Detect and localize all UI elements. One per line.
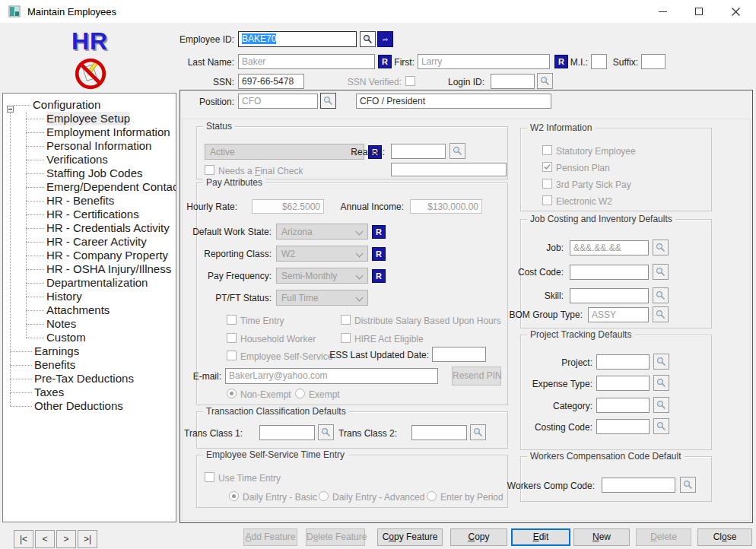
cost-code-lookup-button[interactable] — [653, 264, 669, 280]
statutory-employee-checkbox[interactable] — [542, 145, 552, 155]
household-worker-checkbox[interactable] — [227, 333, 237, 343]
last-record-button[interactable]: >| — [78, 530, 97, 548]
tree-item-notes[interactable]: Notes — [3, 317, 176, 331]
distribute-salary-checkbox[interactable] — [341, 315, 351, 325]
tree-item-hr-company-property[interactable]: HR - Company Property — [3, 249, 176, 262]
third-party-sick-pay-checkbox[interactable] — [542, 179, 552, 189]
tree-item-benefits[interactable]: Benefits — [3, 358, 176, 372]
next-record-button[interactable]: > — [56, 530, 76, 548]
first-record-button[interactable]: |< — [14, 530, 33, 548]
status-dropdown[interactable]: Active — [205, 144, 364, 160]
default-work-state-dropdown[interactable]: Arizona — [276, 224, 368, 240]
tree-item-attachments[interactable]: Attachments — [3, 303, 176, 317]
position-lookup-button[interactable] — [320, 93, 336, 109]
tree-item-personal-information[interactable]: Personal Information — [3, 139, 176, 153]
suffix-input[interactable] — [641, 54, 665, 69]
first-name-input[interactable]: Larry — [418, 54, 550, 69]
pay-frequency-r-button[interactable]: R — [372, 269, 386, 283]
annual-income-input[interactable]: $130,000.00 — [410, 199, 482, 214]
delete-feature-button[interactable]: Delete Feature — [306, 528, 365, 546]
bom-group-type-lookup-button[interactable] — [653, 306, 669, 322]
employee-self-service-checkbox[interactable] — [227, 351, 237, 360]
workers-comp-code-lookup-button[interactable] — [680, 477, 696, 493]
non-exempt-radio[interactable] — [227, 389, 237, 398]
previous-record-button[interactable]: < — [35, 530, 55, 548]
position-input[interactable]: CFO — [238, 94, 318, 109]
enter-by-period-radio[interactable] — [427, 491, 437, 501]
ess-last-updated-input[interactable] — [432, 347, 486, 362]
close-window-button[interactable]: Close — [697, 528, 752, 546]
tree-item-hr-certifications[interactable]: HR - Certifications — [3, 208, 176, 221]
costing-code-lookup-button[interactable] — [653, 418, 669, 434]
reason-input[interactable] — [391, 144, 446, 159]
exempt-radio[interactable] — [295, 389, 305, 398]
tree-item-hr-career-activity[interactable]: HR - Career Activity — [3, 235, 176, 249]
tree-item-employment-information[interactable]: Employment Information — [3, 125, 176, 139]
edit-button[interactable]: Edit — [511, 528, 570, 546]
login-key-button[interactable] — [377, 31, 393, 47]
tree-item-hr-osha-injury-illness[interactable]: HR - OSHA Injury/Illness — [3, 262, 176, 276]
add-feature-button[interactable]: Add Feature — [243, 528, 297, 546]
copy-feature-button[interactable]: Copy Feature — [377, 528, 443, 546]
trans-class-1-input[interactable] — [259, 425, 315, 440]
new-button[interactable]: New — [573, 528, 630, 546]
email-input[interactable]: BakerLarry@yahoo.com — [225, 368, 438, 384]
bom-group-type-input[interactable]: ASSY — [588, 307, 649, 322]
tree-item-earnings[interactable]: Earnings — [3, 344, 176, 358]
tree-item-hr-credentials-activity[interactable]: HR - Credentials Activity — [3, 221, 176, 235]
trans-class-2-input[interactable] — [411, 425, 467, 440]
daily-entry-advanced-radio[interactable] — [319, 491, 329, 501]
ssn-verified-checkbox[interactable] — [405, 76, 415, 86]
login-id-lookup-button[interactable] — [537, 73, 553, 89]
tree-item-employee-setup[interactable]: Employee Setup — [3, 112, 176, 125]
expense-type-input[interactable] — [596, 376, 650, 391]
tree-item-staffing-job-codes[interactable]: Staffing Job Codes — [3, 167, 176, 180]
job-input[interactable]: &&&.&&.&& — [570, 240, 649, 255]
tree-item-emerg-dependent-contacts[interactable]: Emerg/Dependent Contacts — [3, 180, 176, 194]
reporting-class-dropdown[interactable]: W2 — [276, 246, 368, 262]
pay-frequency-dropdown[interactable]: Semi-Monthly — [276, 268, 368, 284]
tree-item-departmentalization[interactable]: Departmentalization — [3, 276, 176, 290]
expense-type-lookup-button[interactable] — [653, 375, 669, 391]
daily-entry-basic-radio[interactable] — [229, 491, 239, 501]
category-lookup-button[interactable] — [653, 397, 669, 413]
tree-item-pre-tax-deductions[interactable]: Pre-Tax Deductions — [3, 372, 176, 386]
reporting-class-r-button[interactable]: R — [372, 247, 386, 261]
last-name-input[interactable]: Baker — [238, 54, 375, 69]
resend-pin-button[interactable]: Resend PIN — [452, 367, 501, 386]
tree-item-taxes[interactable]: Taxes — [3, 386, 176, 399]
workers-comp-code-input[interactable] — [602, 478, 675, 493]
pension-plan-checkbox[interactable] — [542, 162, 552, 172]
skill-input[interactable] — [570, 288, 649, 303]
cost-code-input[interactable] — [570, 265, 649, 280]
project-lookup-button[interactable] — [653, 354, 669, 370]
ptft-status-dropdown[interactable]: Full Time — [276, 290, 368, 306]
reason-lookup-button[interactable] — [449, 143, 465, 159]
login-id-input[interactable] — [491, 74, 535, 89]
close-button[interactable] — [718, 0, 753, 23]
minimize-button[interactable] — [645, 0, 680, 23]
costing-code-input[interactable] — [596, 419, 650, 434]
electronic-w2-checkbox[interactable] — [542, 195, 552, 205]
tree-item-configuration[interactable]: Configuration — [3, 98, 176, 112]
hire-act-eligible-checkbox[interactable] — [341, 333, 351, 343]
trans-class-2-lookup-button[interactable] — [470, 424, 486, 440]
tree-item-hr-benefits[interactable]: HR - Benefits — [3, 194, 176, 208]
employee-id-lookup-button[interactable] — [360, 31, 376, 47]
tree-item-verifications[interactable]: Verifications — [3, 153, 176, 167]
skill-lookup-button[interactable] — [653, 287, 669, 303]
tree-item-other-deductions[interactable]: Other Deductions — [3, 399, 176, 413]
delete-button[interactable]: Delete — [636, 528, 691, 546]
ssn-input[interactable]: 697-66-5478 — [238, 74, 304, 89]
needs-final-check-checkbox[interactable] — [205, 165, 214, 175]
job-lookup-button[interactable] — [653, 240, 669, 255]
tree-item-history[interactable]: History — [3, 290, 176, 303]
use-time-entry-checkbox[interactable] — [205, 472, 214, 482]
employee-id-input[interactable]: BAKE70 — [238, 31, 357, 47]
hourly-rate-input[interactable]: $62.5000 — [252, 199, 324, 214]
trans-class-1-lookup-button[interactable] — [318, 424, 334, 440]
tree-item-custom[interactable]: Custom — [3, 331, 176, 344]
maximize-button[interactable] — [681, 0, 716, 23]
category-input[interactable] — [596, 398, 650, 413]
copy-button[interactable]: Copy — [450, 528, 507, 546]
